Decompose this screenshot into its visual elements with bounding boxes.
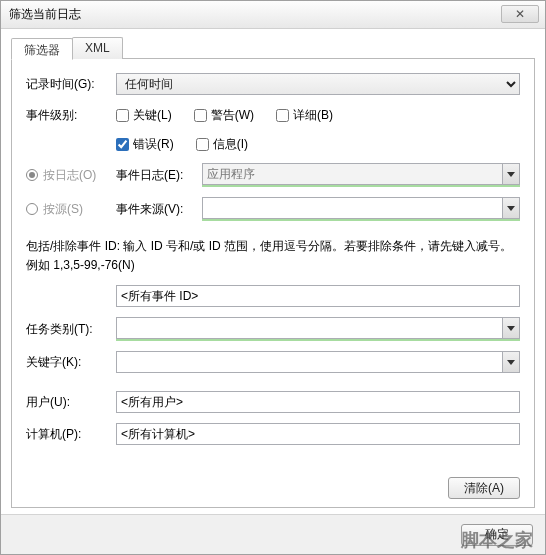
tab-xml[interactable]: XML <box>72 37 123 59</box>
watermark: 脚本之家 <box>461 528 533 552</box>
cb-critical[interactable]: 关键(L) <box>116 107 172 124</box>
eventsources-combo[interactable] <box>202 197 520 221</box>
chevron-down-icon <box>507 206 515 211</box>
radio-bysource[interactable]: 按源(S) <box>26 201 116 218</box>
radio-bylog[interactable]: 按日志(O) <box>26 167 116 184</box>
close-button[interactable]: ✕ <box>501 5 539 23</box>
title-bar: 筛选当前日志 ✕ <box>1 1 545 29</box>
help-text: 包括/排除事件 ID: 输入 ID 号和/或 ID 范围，使用逗号分隔。若要排除… <box>26 237 520 275</box>
radio-dot-icon <box>26 169 38 181</box>
eventlogs-input[interactable] <box>202 163 502 185</box>
radio-dot-icon <box>26 203 38 215</box>
label-eventlogs: 事件日志(E): <box>116 167 202 184</box>
keywords-dropdown-button[interactable] <box>502 351 520 373</box>
task-combo[interactable] <box>116 317 520 341</box>
cb-warning[interactable]: 警告(W) <box>194 107 254 124</box>
cb-error[interactable]: 错误(R) <box>116 136 174 153</box>
label-computer: 计算机(P): <box>26 426 116 443</box>
eventsources-dropdown-button[interactable] <box>502 197 520 219</box>
eventid-input[interactable] <box>116 285 520 307</box>
label-logged: 记录时间(G): <box>26 76 116 93</box>
chevron-down-icon <box>507 326 515 331</box>
dialog-footer: 确定 脚本之家 <box>1 514 545 554</box>
eventsources-input[interactable] <box>202 197 502 219</box>
clear-button[interactable]: 清除(A) <box>448 477 520 499</box>
label-level: 事件级别: <box>26 105 116 124</box>
window-title: 筛选当前日志 <box>9 6 81 23</box>
filter-panel: 记录时间(G): 任何时间 事件级别: 关键(L) 警告(W) 详细(B) 错误… <box>11 58 535 508</box>
user-input[interactable] <box>116 391 520 413</box>
computer-input[interactable] <box>116 423 520 445</box>
chevron-down-icon <box>507 172 515 177</box>
cb-verbose[interactable]: 详细(B) <box>276 107 333 124</box>
dialog-body: 筛选器 XML 记录时间(G): 任何时间 事件级别: 关键(L) 警告(W) … <box>1 29 545 514</box>
tab-strip: 筛选器 XML <box>11 37 535 59</box>
task-dropdown-button[interactable] <box>502 317 520 339</box>
cb-information[interactable]: 信息(I) <box>196 136 248 153</box>
label-task: 任务类别(T): <box>26 321 116 338</box>
label-keywords: 关键字(K): <box>26 354 116 371</box>
logged-select[interactable]: 任何时间 <box>116 73 520 95</box>
chevron-down-icon <box>507 360 515 365</box>
tab-filter[interactable]: 筛选器 <box>11 38 73 60</box>
label-eventsources: 事件来源(V): <box>116 201 202 218</box>
task-input[interactable] <box>116 317 502 339</box>
keywords-combo[interactable] <box>116 351 520 373</box>
close-icon: ✕ <box>515 7 525 21</box>
eventlogs-dropdown-button[interactable] <box>502 163 520 185</box>
eventlogs-combo[interactable] <box>202 163 520 187</box>
label-user: 用户(U): <box>26 394 116 411</box>
dialog-window: 筛选当前日志 ✕ 筛选器 XML 记录时间(G): 任何时间 事件级别: 关键(… <box>0 0 546 555</box>
keywords-input[interactable] <box>116 351 502 373</box>
